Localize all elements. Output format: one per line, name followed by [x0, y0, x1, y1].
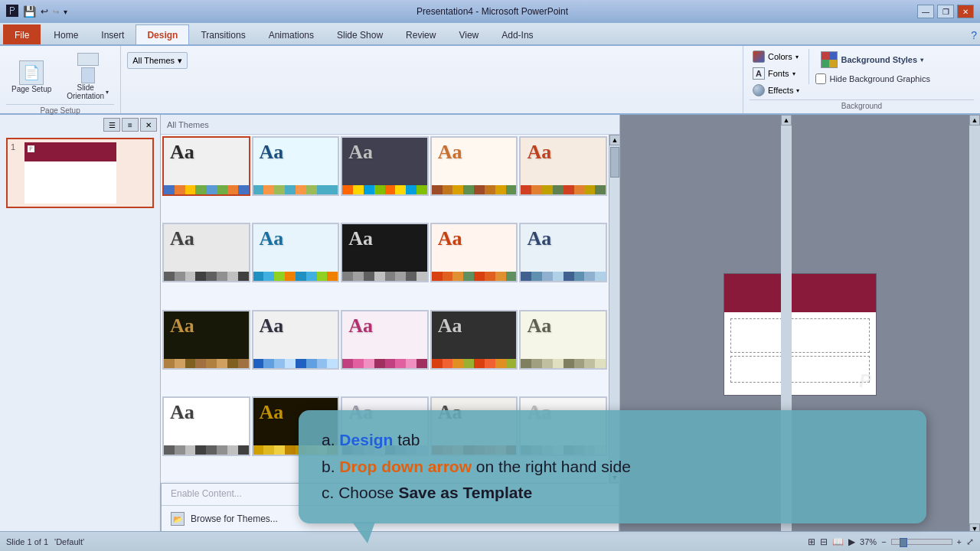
zoom-level: 37% [860, 537, 877, 546]
editor-vscroll[interactable]: ▲ ▼ [969, 115, 980, 534]
theme-cell[interactable]: Aa [162, 136, 250, 196]
theme-cell[interactable]: Aa [341, 223, 429, 282]
page-setup-button[interactable]: 📄 Page Setup [6, 57, 57, 97]
scroll-thumb[interactable] [610, 147, 619, 178]
theme-cell[interactable]: Aa [430, 223, 518, 282]
help-icon[interactable]: ? [971, 29, 977, 41]
content-placeholder[interactable] [730, 356, 870, 383]
effects-option[interactable]: Effects ▾ [750, 83, 802, 98]
slide-watermark: P [859, 370, 871, 392]
fit-window-icon[interactable]: ⤢ [966, 536, 974, 547]
close-button[interactable]: ✕ [957, 5, 974, 18]
tab-review[interactable]: Review [394, 24, 447, 44]
page-setup-buttons: 📄 Page Setup Slide Orientation ▾ [6, 49, 114, 104]
background-styles-icon [821, 51, 838, 68]
outline-view-button[interactable]: ≡ [122, 118, 139, 132]
theme-cell[interactable]: Aa [162, 310, 250, 370]
title-placeholder[interactable] [730, 318, 870, 353]
tab-add-ins[interactable]: Add-Ins [490, 24, 544, 44]
tab-design[interactable]: Design [136, 24, 189, 44]
slide-orientation-icon [76, 53, 100, 83]
theme-cell[interactable]: Aa [430, 310, 518, 370]
editor-left-scroll-up[interactable]: ▲ [781, 115, 792, 126]
ribbon-tabs: File Home Insert Design Transitions Anim… [0, 23, 980, 46]
colors-arrow-icon: ▾ [795, 54, 799, 60]
fonts-option[interactable]: A Fonts ▾ [750, 66, 802, 81]
zoom-in-icon[interactable]: + [957, 537, 962, 546]
effects-arrow-icon: ▾ [796, 87, 799, 94]
background-col: Background Styles ▾ Hide Background Grap… [808, 49, 929, 84]
titlebar-controls: — ❐ ✕ [917, 5, 974, 18]
fonts-icon: A [753, 67, 765, 80]
quick-save-icon[interactable]: 💾 [23, 5, 36, 18]
slide-thumbnail-image[interactable]: 🅿 [24, 142, 116, 204]
tab-file[interactable]: File [3, 24, 41, 44]
page-setup-label: Page Setup [11, 85, 51, 93]
statusbar: Slide 1 of 1 'Default' ⊞ ⊟ 📖 ▶ 37% − + ⤢ [0, 531, 980, 551]
bg-styles-arrow-icon: ▾ [920, 57, 923, 64]
theme-cell[interactable]: Aa [430, 136, 518, 196]
hide-background-graphics-option[interactable]: Hide Background Graphics [815, 73, 929, 84]
theme-cell[interactable]: Aa [252, 136, 340, 196]
effects-icon [753, 84, 765, 96]
tab-transitions[interactable]: Transitions [189, 24, 256, 44]
themes-top-bar: All Themes ▾ [124, 49, 740, 72]
editor-scroll-up-btn[interactable]: ▲ [969, 115, 980, 126]
close-panel-button[interactable]: ✕ [140, 118, 157, 132]
all-themes-dropdown[interactable]: All Themes ▾ [127, 52, 188, 69]
titlebar: 🅿 💾 ↩ ↪ ▾ Presentation4 - Microsoft Powe… [0, 0, 980, 23]
theme-cell[interactable]: Aa [519, 136, 607, 196]
themes-dropdown-arrow-icon: ▾ [178, 56, 182, 66]
background-styles-button[interactable]: Background Styles ▾ [815, 49, 929, 70]
colors-option[interactable]: Colors ▾ [750, 49, 802, 64]
slide-panel: ☰ ≡ ✕ 1 🅿 [0, 115, 161, 551]
theme-cell[interactable]: Aa [341, 310, 429, 370]
page-setup-group-label: Page Setup [6, 104, 114, 115]
slide-number: 1 [11, 142, 21, 152]
editor-scroll-track [969, 126, 980, 523]
theme-cell[interactable]: Aa [341, 136, 429, 196]
tab-view[interactable]: View [447, 24, 490, 44]
hide-background-checkbox[interactable] [815, 73, 826, 84]
theme-cell[interactable]: Aa [162, 223, 250, 282]
normal-view-icon[interactable]: ⊞ [808, 536, 815, 547]
theme-cell[interactable]: Aa [162, 396, 250, 456]
slide-orientation-button[interactable]: Slide Orientation ▾ [61, 49, 114, 104]
browse-themes-icon: 📂 [171, 512, 185, 526]
slide-orientation-label: Slide Orientation ▾ [67, 83, 109, 100]
theme-options-group: Colors ▾ A Fonts ▾ Effects ▾ [743, 46, 980, 113]
titlebar-title: Presentation4 - Microsoft PowerPoint [67, 6, 917, 17]
tooltip-line-c: c. Choose Save as Template [322, 480, 903, 507]
tab-home[interactable]: Home [42, 24, 90, 44]
reading-view-icon[interactable]: 📖 [832, 536, 844, 547]
zoom-slider[interactable] [891, 539, 952, 545]
slide-count: Slide 1 of 1 [6, 537, 48, 546]
tooltip-line-a: a. Design tab [322, 427, 903, 454]
slide-orientation-arrow-icon: ▾ [106, 89, 109, 96]
redo-icon[interactable]: ↪ [53, 8, 59, 16]
fonts-arrow-icon: ▾ [792, 70, 795, 77]
slide-thumbnail-1: 1 🅿 [6, 138, 154, 208]
slide-body-area [724, 312, 876, 389]
theme-cell[interactable]: Aa [519, 310, 607, 370]
slides-view-button[interactable]: ☰ [103, 118, 120, 132]
tab-slide-show[interactable]: Slide Show [325, 24, 394, 44]
tab-insert[interactable]: Insert [90, 24, 136, 44]
scroll-up-button[interactable]: ▲ [609, 135, 619, 145]
slideshow-icon[interactable]: ▶ [848, 536, 855, 547]
tab-animations[interactable]: Animations [257, 24, 325, 44]
theme-cell[interactable]: Aa [252, 223, 340, 282]
page-setup-group: 📄 Page Setup Slide Orientation ▾ Page Se… [0, 46, 121, 113]
undo-icon[interactable]: ↩ [41, 6, 48, 17]
theme-cell[interactable]: Aa [519, 223, 607, 282]
slide-sorter-icon[interactable]: ⊟ [820, 536, 828, 547]
zoom-slider-thumb[interactable] [900, 538, 907, 547]
theme-cell[interactable]: Aa [252, 310, 340, 370]
maximize-button[interactable]: ❐ [937, 5, 954, 18]
minimize-button[interactable]: — [917, 5, 934, 18]
zoom-out-icon[interactable]: − [881, 537, 886, 546]
titlebar-left: 🅿 💾 ↩ ↪ ▾ [6, 5, 67, 18]
slide-canvas: P [724, 273, 877, 396]
main-layout: ☰ ≡ ✕ 1 🅿 All Themes AaAaAaAaAaAaAaAaAaA… [0, 115, 980, 551]
tooltip-tail [352, 522, 375, 543]
